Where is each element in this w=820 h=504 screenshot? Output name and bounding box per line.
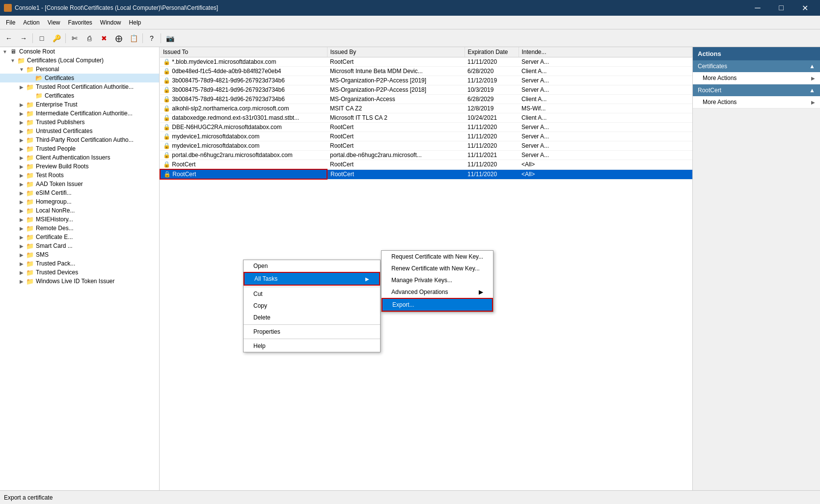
tree-console-root[interactable]: ▼ 🖥 Console Root — [0, 47, 159, 56]
table-row[interactable]: 🔒 mydevice1.microsoftdatabox.com RootCer… — [160, 132, 692, 141]
tree-aad-token[interactable]: ▶ 📁 AAD Token Issuer — [0, 180, 159, 188]
toolbar-separator-1 — [32, 33, 33, 43]
cell-issued-by: RootCert — [327, 132, 465, 141]
ctx-copy[interactable]: Copy — [244, 300, 380, 312]
tree-sms[interactable]: ▶ 📁 SMS — [0, 250, 159, 259]
table-row[interactable]: 🔒 3b008475-78d9-4821-9d96-267923d734b6 M… — [160, 95, 692, 104]
cert-icon: 🔒 — [163, 86, 170, 93]
table-row[interactable]: 🔒 mydevice1.microsoftdatabox.com RootCer… — [160, 141, 692, 151]
cell-exp-date: 11/11/2020 — [465, 160, 519, 170]
menu-favorites[interactable]: Favorites — [64, 17, 96, 28]
cell-intended: Server A... — [519, 151, 692, 160]
tree-trusted-people[interactable]: ▶ 📁 Trusted People — [0, 144, 159, 153]
ctx-properties[interactable]: Properties — [244, 326, 380, 338]
arrow-preview-build: ▶ — [18, 164, 26, 169]
back-button[interactable]: ← — [2, 31, 16, 45]
tree-untrusted[interactable]: ▶ 📁 Untrusted Certificates — [0, 127, 159, 135]
tree-trusted-root-certs[interactable]: 📁 Certificates — [0, 91, 159, 100]
tree-certs-local[interactable]: ▼ 📁 Certificates (Local Computer) — [0, 56, 159, 65]
help-button[interactable]: ? — [145, 31, 159, 45]
menu-action[interactable]: Action — [19, 17, 43, 28]
app-icon — [4, 4, 12, 12]
snap-button[interactable]: 📷 — [163, 31, 177, 45]
menu-window[interactable]: Window — [96, 17, 125, 28]
tree-client-auth[interactable]: ▶ 📁 Client Authentication Issuers — [0, 153, 159, 162]
col-intended[interactable]: Intende... — [519, 47, 692, 57]
show-hide-button[interactable]: □ — [35, 31, 49, 45]
paste-button[interactable]: 📋 — [127, 31, 140, 45]
sub-advanced-ops[interactable]: Advanced Operations ▶ — [382, 286, 493, 298]
cell-intended: <All> — [519, 160, 692, 170]
tree-trusted-pack[interactable]: ▶ 📁 Trusted Pack... — [0, 259, 159, 268]
tree-smart-card[interactable]: ▶ 📁 Smart Card ... — [0, 241, 159, 250]
menu-help[interactable]: Help — [125, 17, 145, 28]
title-bar: Console1 - [Console Root\Certificates (L… — [0, 0, 820, 16]
actions-section-rootcert[interactable]: RootCert ▲ — [693, 84, 820, 96]
tree-remote-des[interactable]: ▶ 📁 Remote Des... — [0, 224, 159, 233]
tree-preview-build[interactable]: ▶ 📁 Preview Build Roots — [0, 162, 159, 171]
table-row[interactable]: 🔒 0dbe48ed-f1c5-4dde-a0b9-b84f827e0eb4 M… — [160, 67, 692, 76]
table-row[interactable]: 🔒 alkohli-slp2.northamerica.corp.microso… — [160, 104, 692, 113]
tree-esim[interactable]: ▶ 📁 eSIM Certifi... — [0, 188, 159, 197]
table-row[interactable]: 🔒 *.blob.mydevice1.microsoftdatabox.com … — [160, 57, 692, 67]
actions-section-certificates[interactable]: Certificates ▲ — [693, 60, 820, 72]
left-panel: ▼ 🖥 Console Root ▼ 📁 Certificates (Local… — [0, 47, 160, 490]
new-button[interactable]: ⨁ — [112, 31, 126, 45]
col-issued-by[interactable]: Issued By — [327, 47, 465, 57]
table-row[interactable]: 🔒 portal.dbe-n6hugc2raru.microsoftdatabo… — [160, 151, 692, 160]
table-row[interactable]: 🔒 3b008475-78d9-4821-9d96-267923d734b6 M… — [160, 76, 692, 85]
ctx-all-tasks-label: All Tasks — [254, 275, 277, 282]
properties-button[interactable]: 🔑 — [50, 31, 63, 45]
ctx-delete[interactable]: Delete — [244, 312, 380, 323]
tree-cert-e[interactable]: ▶ 📁 Certificate E... — [0, 233, 159, 241]
ctx-all-tasks[interactable]: All Tasks ▶ — [244, 272, 380, 286]
cell-exp-date: 12/8/2019 — [465, 104, 519, 113]
tree-trusted-devices[interactable]: ▶ 📁 Trusted Devices — [0, 268, 159, 277]
actions-more-actions-rootcert[interactable]: More Actions ▶ — [693, 96, 820, 108]
cert-icon: 🔒 — [163, 77, 170, 84]
ctx-open[interactable]: Open — [244, 260, 380, 272]
sub-renew-new-key[interactable]: Renew Certificate with New Key... — [382, 263, 493, 274]
tree-local-nonr[interactable]: ▶ 📁 Local NonRe... — [0, 206, 159, 215]
label-personal: Personal — [36, 66, 59, 73]
tree-intermediate[interactable]: ▶ 📁 Intermediate Certification Authoriti… — [0, 109, 159, 118]
tree-msie-history[interactable]: ▶ 📁 MSIEHistory... — [0, 215, 159, 224]
maximize-button[interactable]: □ — [770, 0, 793, 16]
close-button[interactable]: ✕ — [793, 0, 816, 16]
cell-issued-by: Microsoft Intune Beta MDM Devic... — [327, 67, 465, 76]
sub-request-new-key[interactable]: Request Certificate with New Key... — [382, 251, 493, 263]
tree-homegroup[interactable]: ▶ 📁 Homegroup... — [0, 197, 159, 206]
cut-button[interactable]: ✄ — [68, 31, 82, 45]
table-row[interactable]: 🔒 RootCert RootCert 11/11/2020 <All> — [160, 160, 692, 170]
tree-trusted-root[interactable]: ▶ 📁 Trusted Root Certification Authoriti… — [0, 82, 159, 91]
table-row[interactable]: 🔒 databoxedge.redmond.ext-s31r0301.masd.… — [160, 113, 692, 123]
forward-button[interactable]: → — [17, 31, 30, 45]
col-expiration[interactable]: Expiration Date — [465, 47, 519, 57]
tree-third-party[interactable]: ▶ 📁 Third-Party Root Certification Autho… — [0, 135, 159, 144]
tree-personal-certs[interactable]: 📂 Certificates — [0, 74, 159, 82]
tree-personal[interactable]: ▼ 📁 Personal — [0, 65, 159, 74]
ctx-cut[interactable]: Cut — [244, 288, 380, 300]
copy-button[interactable]: ⎙ — [82, 31, 96, 45]
tree-enterprise[interactable]: ▶ 📁 Enterprise Trust — [0, 100, 159, 109]
menu-view[interactable]: View — [44, 17, 64, 28]
folder-smart-card: 📁 — [26, 242, 34, 250]
arrow-client-auth: ▶ — [18, 155, 26, 160]
folder-untrusted: 📁 — [26, 127, 34, 135]
cell-exp-date: 6/28/2020 — [465, 67, 519, 76]
tree-trusted-pub[interactable]: ▶ 📁 Trusted Publishers — [0, 118, 159, 127]
delete-button[interactable]: ✖ — [97, 31, 111, 45]
menu-file[interactable]: File — [2, 17, 19, 28]
table-row-selected[interactable]: 🔒 RootCert RootCert 11/11/2020 <All> — [160, 169, 692, 179]
tree-test-roots[interactable]: ▶ 📁 Test Roots — [0, 171, 159, 180]
arrow-enterprise: ▶ — [18, 102, 26, 107]
ctx-help[interactable]: Help — [244, 340, 380, 352]
minimize-button[interactable]: ─ — [746, 0, 769, 16]
tree-windows-live[interactable]: ▶ 📁 Windows Live ID Token Issuer — [0, 277, 159, 286]
actions-more-actions-certs[interactable]: More Actions ▶ — [693, 72, 820, 84]
sub-manage-private[interactable]: Manage Private Keys... — [382, 274, 493, 286]
sub-export[interactable]: Export... — [382, 298, 493, 312]
table-row[interactable]: 🔒 3b008475-78d9-4821-9d96-267923d734b6 M… — [160, 85, 692, 95]
col-issued-to[interactable]: Issued To — [160, 47, 327, 57]
table-row[interactable]: 🔒 DBE-N6HUGC2RA.microsoftdatabox.com Roo… — [160, 123, 692, 132]
